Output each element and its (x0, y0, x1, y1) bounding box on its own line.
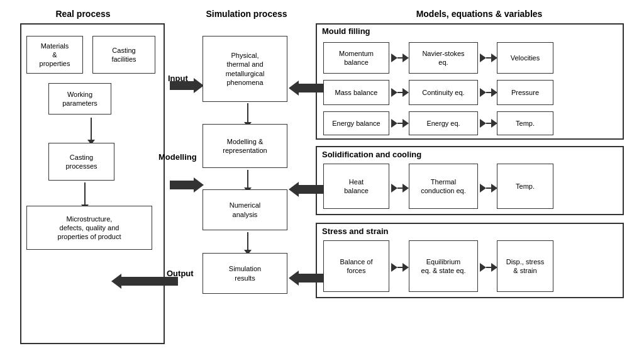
arrow-momentum-navier (391, 53, 409, 62)
continuity-box: Continuity eq. (409, 80, 478, 105)
pressure-box: Pressure (497, 80, 553, 105)
big-arrow-modelling (170, 177, 204, 193)
arrow-thermal-temp2 (480, 184, 497, 193)
arrow-equil-disp (480, 263, 497, 272)
big-arrow-mould-num (289, 81, 324, 96)
arrow-cont-press (480, 88, 497, 97)
header-simulation: Simulation process (190, 9, 303, 19)
arrow-balance-equil (391, 263, 409, 272)
microstructure-box: Microstructure, defects, quality and pro… (26, 206, 152, 250)
arrow-mass-cont (391, 88, 409, 97)
arrow-to-casting (87, 118, 95, 145)
disp-box: Disp., stress & strain (497, 240, 553, 292)
velocities-box: Velocities (497, 42, 553, 74)
mould-filling-title: Mould filling (322, 26, 370, 36)
big-arrow-output (111, 274, 178, 289)
solidification-title: Solidification and cooling (322, 150, 421, 159)
heat-box: Heat balance (323, 164, 389, 209)
energy-box: Energy balance (323, 111, 389, 135)
casting-processes-box: Casting processes (48, 143, 114, 181)
working-params-box: Working parameters (48, 83, 111, 115)
arrow-navier-vel (480, 53, 497, 62)
big-arrow-input (170, 78, 204, 93)
materials-box: Materials & properties (26, 36, 83, 74)
diagram: Real process Simulation process Models, … (14, 8, 630, 350)
arrow-energy-eq (391, 119, 409, 128)
energy-eq-box: Energy eq. (409, 111, 478, 135)
numerical-box: Numerical analysis (203, 189, 287, 230)
balance-forces-box: Balance of forces (323, 240, 389, 292)
big-arrow-stress-results (289, 271, 324, 286)
thermal-box: Thermal conduction eq. (409, 164, 478, 209)
modelling-box: Modelling & representation (203, 124, 287, 168)
big-arrow-solid-num (289, 182, 324, 197)
arrow-eq-temp1 (480, 119, 497, 128)
equilibrium-box: Equilibrium eq. & state eq. (409, 240, 478, 292)
header-models: Models, equations & variables (347, 9, 611, 19)
header-real-process: Real process (33, 9, 133, 19)
arrow-heat-thermal (391, 184, 409, 193)
temp2-box: Temp. (497, 164, 553, 209)
momentum-box: Momentum balance (323, 42, 389, 74)
temp1-box: Temp. (497, 111, 553, 135)
modelling-label: Modelling (158, 152, 197, 162)
results-box: Simulation results (203, 253, 287, 294)
physical-box: Physical, thermal and metallurgical phen… (203, 36, 287, 102)
stress-title: Stress and strain (322, 227, 389, 236)
mass-box: Mass balance (323, 80, 389, 105)
casting-facilities-box: Casting facilities (92, 36, 155, 74)
navier-box: Navier-stokes eq. (409, 42, 478, 74)
arrow-num-results (244, 232, 252, 255)
